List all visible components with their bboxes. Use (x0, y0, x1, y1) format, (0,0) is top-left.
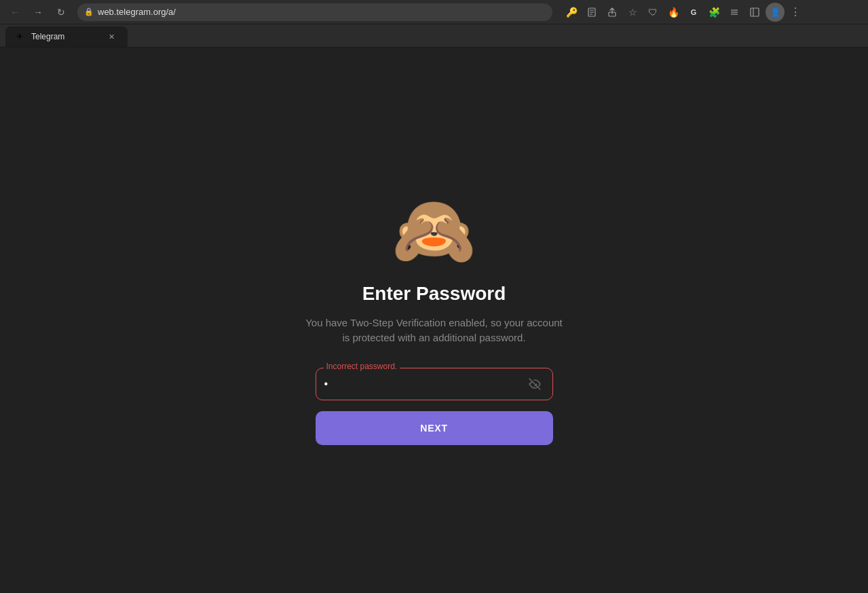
key-icon-btn[interactable]: 🔑 (562, 3, 581, 22)
browser-chrome: ← → ↻ 🔒 web.telegram.org/a/ 🔑 ☆ 🛡 🔥 G 🧩 … (0, 0, 868, 24)
save-page-btn[interactable] (582, 3, 601, 22)
address-bar[interactable]: 🔒 web.telegram.org/a/ (77, 3, 552, 21)
toolbar-right: 🔑 ☆ 🛡 🔥 G 🧩 👤 ⋮ (562, 3, 805, 22)
monkey-emoji: 🙈 (392, 196, 476, 264)
menu-btn[interactable]: ⋮ (786, 3, 805, 22)
tab-close-button[interactable]: ✕ (106, 31, 117, 42)
forward-button[interactable]: → (29, 3, 48, 22)
shield-btn[interactable]: 🛡 (643, 3, 662, 22)
password-input[interactable] (324, 378, 525, 390)
tabs-bar: ✈ Telegram ✕ (0, 24, 868, 47)
active-tab[interactable]: ✈ Telegram ✕ (5, 26, 128, 47)
profile-avatar[interactable]: 👤 (766, 3, 785, 22)
sidebar-btn[interactable] (745, 3, 764, 22)
gb-icon-btn[interactable]: G (684, 3, 703, 22)
bookmark-btn[interactable]: ☆ (623, 3, 642, 22)
password-field-wrapper: Incorrect password. (316, 368, 553, 400)
page-title: Enter Password (362, 283, 506, 305)
page-subtitle: You have Two-Step Verification enabled, … (305, 315, 563, 346)
toggle-password-visibility-button[interactable] (525, 375, 544, 394)
reload-button[interactable]: ↻ (52, 3, 71, 22)
tab-title: Telegram (31, 32, 100, 41)
url-text: web.telegram.org/a/ (98, 7, 546, 17)
page-content: 🙈 Enter Password You have Two-Step Verif… (0, 47, 868, 593)
password-input-container[interactable] (316, 368, 553, 400)
fire-btn[interactable]: 🔥 (664, 3, 683, 22)
lock-icon: 🔒 (84, 7, 94, 16)
next-button[interactable]: NEXT (316, 411, 553, 445)
list-btn[interactable] (725, 3, 744, 22)
svg-rect-8 (751, 8, 759, 16)
input-error-label: Incorrect password. (324, 362, 400, 371)
back-button[interactable]: ← (5, 3, 24, 22)
puzzle-btn[interactable]: 🧩 (704, 3, 723, 22)
tab-favicon: ✈ (16, 32, 26, 41)
share-btn[interactable] (603, 3, 622, 22)
